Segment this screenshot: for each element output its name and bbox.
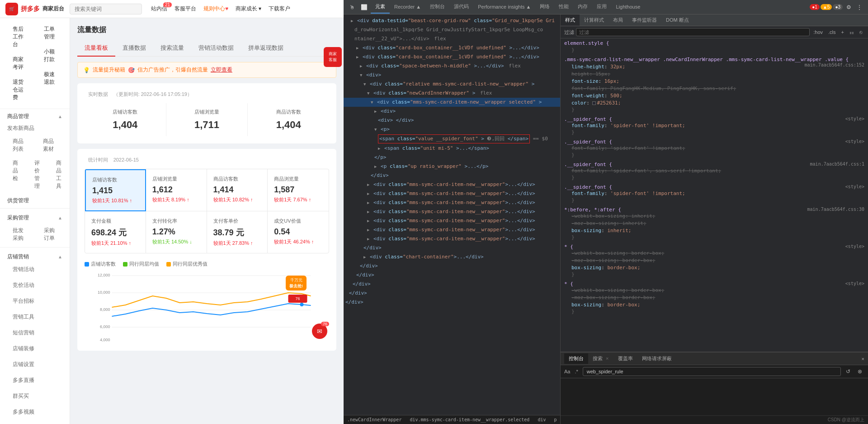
sidebar-item-marketing-tools[interactable]: 营销工具: [5, 311, 42, 323]
nav-station-message[interactable]: 站内信 21: [151, 5, 167, 13]
stat-card-store-views[interactable]: 店铺浏览量 1,612 较前1天 8.19%: [146, 169, 207, 211]
dom-line-19[interactable]: ▶ <div class="mms-symc-card-item-new__wr…: [344, 180, 560, 189]
dom-line-27[interactable]: ▶ <div class="chart-container">...</div>: [344, 252, 560, 262]
console-tab-search[interactable]: 搜索 ×: [588, 353, 613, 364]
sidebar-item-discount[interactable]: 满额优惠: [5, 422, 42, 424]
tab-group-return[interactable]: 拼单返现数据: [241, 40, 291, 57]
sidebar-item-product-list[interactable]: 商品列表: [5, 135, 34, 155]
dom-line-29[interactable]: </div>: [344, 271, 560, 280]
devtools-tab-network[interactable]: 网络: [535, 0, 554, 14]
nav-rules[interactable]: 规则中心♥: [203, 5, 228, 13]
merchant-service-button[interactable]: 商家客服: [324, 47, 342, 67]
styles-filter-input[interactable]: [576, 28, 810, 36]
dom-line-1[interactable]: ▶ <div data-testid="beast-core-grid-row"…: [344, 16, 560, 25]
devtools-device-icon[interactable]: ⬜: [359, 2, 369, 12]
tab-marketing-data[interactable]: 营销活动数据: [191, 40, 241, 57]
dom-line-13[interactable]: ▼ <p>: [344, 125, 560, 134]
console-clear-icon[interactable]: ⊗: [855, 367, 864, 376]
devtools-warnings-badge[interactable]: ▲5: [821, 4, 832, 10]
sidebar-item-product-check[interactable]: 商品检: [5, 157, 25, 192]
dom-line-8[interactable]: ▼ <div class="relative mms-symc-card-lis…: [344, 80, 560, 89]
sidebar-item-smallpay[interactable]: 小额打款: [37, 44, 64, 67]
close-console-icon[interactable]: ×: [862, 356, 864, 362]
devtools-tab-application[interactable]: 应用: [592, 0, 611, 14]
tab-search-traffic[interactable]: 搜索流量: [153, 40, 191, 57]
sidebar-item-groupbuy[interactable]: 群买买: [5, 390, 36, 402]
dom-line-4[interactable]: ▶ <div class="card-box_container__1cVDf …: [344, 43, 560, 52]
styles-tab-events[interactable]: 事件监听器: [627, 14, 661, 26]
dom-line-18[interactable]: </div>: [344, 171, 560, 180]
dom-line-28[interactable]: </div>: [344, 262, 560, 271]
sidebar-item-live[interactable]: 多多直播: [5, 374, 42, 386]
dom-line-24[interactable]: ▶ <div class="mms-symc-card-item-new__wr…: [344, 225, 560, 234]
sidebar-item-review-manage[interactable]: 评价管理: [27, 157, 47, 192]
dom-line-15[interactable]: ▶ <span class="unit mi-5" >...</span>: [344, 144, 560, 153]
styles-escape-icon[interactable]: ⎋: [858, 29, 864, 36]
stat-card-product-views[interactable]: 商品浏览量 1,587 较前1天 7.67%: [268, 169, 329, 211]
stat-card-conversion[interactable]: 支付转化率 1.27% 较前1天 14.50%: [146, 211, 207, 253]
styles-tab-computed[interactable]: 计算样式: [580, 14, 609, 26]
dom-line-9[interactable]: ▼ <div class="newCardInnerWrapper" > fle…: [344, 89, 560, 98]
sidebar-section-marketing[interactable]: 店铺营销 ▲: [0, 249, 70, 262]
devtools-settings-icon[interactable]: ⚙: [844, 2, 854, 12]
dom-line-5[interactable]: ▶ <div class="card-box_container__1cVDf …: [344, 52, 560, 62]
nav-download[interactable]: 下载客户: [269, 5, 290, 13]
devtools-tab-performance-insights[interactable]: Performance insights ▲: [473, 1, 535, 13]
tab-traffic-board[interactable]: 流量看板: [77, 40, 115, 57]
dom-line-26[interactable]: </div>: [344, 243, 560, 252]
stat-card-payment[interactable]: 支付金额 698.24 元 较前1天 21.10%: [85, 211, 146, 253]
devtools-inspect-icon[interactable]: 🖱: [347, 2, 357, 12]
dom-line-30[interactable]: </div>: [344, 280, 560, 289]
dom-line-12[interactable]: <div> </div>: [344, 116, 560, 125]
console-refresh-icon[interactable]: ↺: [844, 367, 853, 376]
tab-live-data[interactable]: 直播数据: [115, 40, 153, 57]
styles-cls-btn[interactable]: .cls: [826, 29, 838, 36]
sidebar-item-return[interactable]: 退货仓运费: [5, 75, 33, 105]
devtools-info-badge[interactable]: ●3: [833, 4, 843, 10]
devtools-tab-source[interactable]: 源代码: [449, 0, 473, 14]
sidebar-item-fastrefund[interactable]: 极速退款: [37, 67, 64, 90]
notification-button[interactable]: ✉ 76: [312, 324, 327, 339]
styles-tab-styles[interactable]: 样式: [561, 14, 580, 26]
styles-layout-icon[interactable]: ⚏: [848, 29, 856, 36]
dom-line-3[interactable]: ntainer__22_vU">...</div> flex: [344, 34, 560, 43]
sidebar-item-supply[interactable]: 供货管理: [0, 193, 70, 206]
top-seller-badge[interactable]: 千万元极去抢!: [286, 276, 307, 291]
devtools-tab-memory[interactable]: 内存: [573, 0, 592, 14]
console-tab-search-close[interactable]: ×: [606, 356, 609, 361]
styles-hov-btn[interactable]: :hov: [811, 29, 825, 36]
devtools-more-icon[interactable]: ⋮: [854, 2, 864, 12]
sidebar-section-products[interactable]: 商品管理 ▲: [0, 109, 70, 122]
sidebar-item-bidding[interactable]: 竞价活动: [5, 279, 42, 291]
dom-line-20[interactable]: ▶ <div class="mms-symc-card-item-new__wr…: [344, 189, 560, 198]
console-tab-coverage[interactable]: 覆盖率: [613, 353, 637, 364]
sidebar-item-new-product[interactable]: 发布新商品: [0, 122, 70, 134]
dom-line-16[interactable]: </p>: [344, 153, 560, 162]
sidebar-item-platform-bidding[interactable]: 平台招标: [5, 295, 42, 307]
dom-line-22[interactable]: ▶ <div class="mms-symc-card-item-new__wr…: [344, 207, 560, 216]
styles-tab-dom-breakpoints[interactable]: DOM 断点: [661, 14, 693, 26]
sidebar-item-decoration[interactable]: 店铺装修: [5, 343, 42, 355]
devtools-tab-console[interactable]: 控制台: [425, 0, 449, 14]
sidebar-section-purchase[interactable]: 采购管理 ▲: [0, 210, 70, 224]
stat-card-uv-value[interactable]: 成交UV价值 0.54 较前1天 46.24%: [268, 211, 329, 253]
console-search-input[interactable]: [583, 367, 841, 376]
devtools-tab-lighthouse[interactable]: Lighthouse: [611, 1, 645, 13]
devtools-tab-performance[interactable]: 性能: [554, 0, 573, 14]
sidebar-item-review[interactable]: 商家考评: [5, 52, 33, 75]
styles-tab-layout[interactable]: 布局: [609, 14, 627, 26]
devtools-errors-badge[interactable]: ●1: [810, 4, 820, 10]
devtools-tab-recorder[interactable]: Recorder ▲: [390, 1, 425, 13]
dom-highlighted-span[interactable]: <span class="value __spider_font" > ❸,回回…: [378, 134, 530, 143]
dom-line-10[interactable]: ▼ <div class="mms-symc-card-item-new__wr…: [344, 98, 560, 107]
dom-line-7[interactable]: ▼ <div>: [344, 71, 560, 80]
stat-card-avg-order[interactable]: 支付客单价 38.79 元 较前1天 27.83%: [207, 211, 268, 253]
dom-line-21[interactable]: ▶ <div class="mms-symc-card-item-new__wr…: [344, 198, 560, 207]
console-tab-console[interactable]: 控制台: [564, 353, 588, 364]
sidebar-item-product-tools[interactable]: 商品工具: [49, 157, 69, 192]
dom-line-17[interactable]: ▶ <p class="up ratio_wrapper" >...</p>: [344, 162, 560, 171]
stat-card-product-visitors[interactable]: 商品访客数 1,414 较前1天 10.82%: [207, 169, 268, 211]
devtools-tab-elements[interactable]: 元素: [371, 0, 390, 14]
sidebar-item-purchase-order[interactable]: 采购订单: [37, 224, 64, 244]
dom-line-25[interactable]: ▶ <div class="mms-symc-card-item-new__wr…: [344, 234, 560, 243]
